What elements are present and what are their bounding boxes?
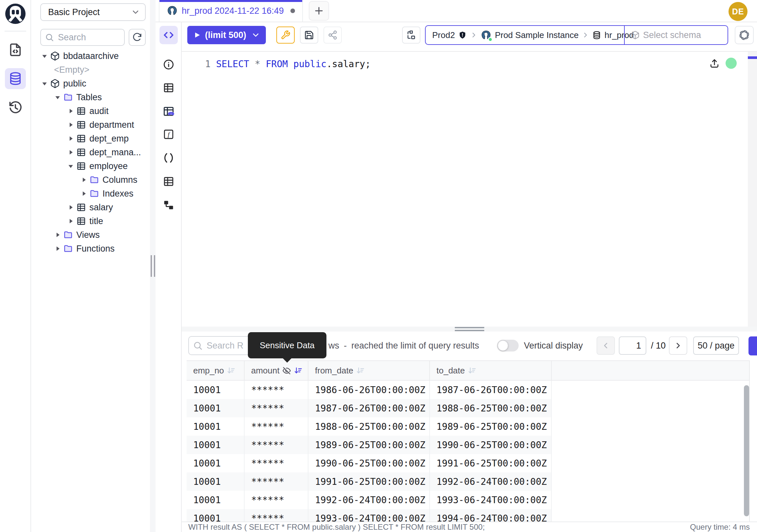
table-cell[interactable]: 1993-06-24T00:00:00Z (308, 509, 430, 521)
share-sheet-button[interactable] (323, 26, 342, 44)
caret-down-icon[interactable] (40, 52, 49, 60)
column-header-emp_no[interactable]: emp_no (187, 361, 245, 380)
worksheet-nav-button[interactable] (5, 39, 26, 60)
table-cell[interactable]: ****** (245, 491, 308, 509)
table-cell[interactable]: 10001 (187, 472, 245, 491)
tree-item-employee[interactable]: employee (31, 159, 150, 173)
table-cell[interactable]: 1986-06-26T00:00:00Z (308, 381, 430, 399)
database-nav-button[interactable] (5, 68, 26, 89)
caret-down-icon[interactable] (53, 93, 62, 102)
table-cell[interactable]: ****** (245, 509, 308, 521)
table-cell[interactable]: 1989-06-25T00:00:00Z (308, 436, 430, 454)
tree-item-public[interactable]: public (31, 77, 150, 90)
table-cell[interactable]: 10001 (187, 417, 245, 436)
table-cell[interactable]: 1988-06-25T00:00:00Z (430, 399, 552, 417)
ai-assistant-button[interactable] (735, 26, 754, 44)
caret-right-icon[interactable] (67, 134, 75, 143)
history-nav-button[interactable] (5, 97, 26, 118)
sql-editor[interactable]: 1 SELECT * FROM public.salary; (182, 52, 757, 327)
tree-item-functions[interactable]: Functions (31, 242, 150, 256)
info-button[interactable] (160, 55, 178, 74)
table-cell[interactable]: 1992-06-24T00:00:00Z (430, 472, 552, 491)
tree-item-views[interactable]: Views (31, 228, 150, 242)
table-cell[interactable]: 1987-06-26T00:00:00Z (308, 399, 430, 417)
tree-item-bbdataarchive[interactable]: bbdataarchive (31, 49, 150, 63)
table-cell[interactable]: 1993-06-24T00:00:00Z (430, 491, 552, 509)
tree-item-empty[interactable]: <Empty> (31, 63, 150, 77)
tree-item-title[interactable]: title (31, 214, 150, 228)
table-cell[interactable]: 10001 (187, 491, 245, 509)
external-tables-button[interactable] (160, 172, 178, 191)
new-tab-button[interactable] (309, 1, 329, 21)
caret-right-icon[interactable] (53, 231, 62, 239)
tree-item-indexes[interactable]: Indexes (31, 187, 150, 201)
table-cell[interactable]: ****** (245, 436, 308, 454)
vertical-display-toggle[interactable] (497, 340, 519, 352)
upload-icon[interactable] (709, 58, 720, 69)
run-query-button[interactable]: (limit 500) (187, 26, 266, 44)
tables-button[interactable] (160, 78, 178, 97)
table-cell[interactable]: 1994-06-24T00:00:00Z (430, 509, 552, 521)
column-header-to_date[interactable]: to_date (430, 361, 552, 380)
table-cell[interactable]: 10001 (187, 436, 245, 454)
page-size-select[interactable]: 50 / page (693, 336, 739, 355)
caret-right-icon[interactable] (67, 203, 75, 212)
column-header-from_date[interactable]: from_date (308, 361, 430, 380)
table-cell[interactable]: 1988-06-25T00:00:00Z (308, 417, 430, 436)
tree-item-salary[interactable]: salary (31, 201, 150, 214)
export-button-clipped[interactable] (748, 336, 757, 356)
caret-right-icon[interactable] (79, 175, 88, 184)
caret-right-icon[interactable] (67, 217, 75, 225)
refresh-button[interactable] (129, 29, 146, 46)
table-cell[interactable]: 1990-06-25T00:00:00Z (308, 454, 430, 472)
sidebar-search-input[interactable] (57, 32, 120, 43)
code-view-button[interactable] (160, 26, 178, 44)
sidebar-resize-handle[interactable] (150, 0, 156, 532)
table-cell[interactable]: 1992-06-24T00:00:00Z (308, 491, 430, 509)
sort-icon[interactable] (227, 366, 235, 375)
sidebar-search[interactable] (40, 29, 125, 46)
table-cell[interactable]: 1990-06-25T00:00:00Z (430, 436, 552, 454)
project-selector[interactable]: Basic Project (40, 3, 146, 21)
page-number-input[interactable] (619, 336, 646, 355)
connection-path[interactable]: Prod2 Prod Sample Instance hr_prod (426, 26, 624, 44)
sensitive-data-button[interactable] (160, 102, 178, 121)
caret-right-icon[interactable] (53, 244, 62, 253)
caret-right-icon[interactable] (79, 189, 88, 198)
bytebase-logo[interactable] (5, 3, 26, 24)
tree-item-audit[interactable]: audit (31, 104, 150, 118)
table-cell[interactable]: 1991-06-25T00:00:00Z (430, 454, 552, 472)
tree-item-dept-emp[interactable]: dept_emp (31, 132, 150, 145)
table-cell[interactable]: 1991-06-25T00:00:00Z (308, 472, 430, 491)
sort-icon[interactable] (356, 366, 365, 375)
editor-scrollbar[interactable] (748, 52, 757, 327)
connection-button[interactable] (402, 26, 420, 44)
table-cell[interactable]: ****** (245, 381, 308, 399)
column-header-amount[interactable]: amount (245, 361, 308, 380)
procedures-button[interactable] (160, 149, 178, 167)
tree-item-dept-mana[interactable]: dept_mana... (31, 145, 150, 159)
user-avatar[interactable]: DE (729, 2, 747, 21)
format-sql-button[interactable] (276, 26, 295, 44)
sort-icon[interactable] (468, 366, 476, 375)
tree-item-tables[interactable]: Tables (31, 90, 150, 104)
next-page-button[interactable] (669, 336, 687, 355)
caret-right-icon[interactable] (67, 107, 75, 115)
table-cell[interactable]: ****** (245, 417, 308, 436)
table-cell[interactable]: ****** (245, 472, 308, 491)
save-sheet-button[interactable] (300, 26, 318, 44)
tree-item-columns[interactable]: Columns (31, 173, 150, 187)
prev-page-button[interactable] (596, 336, 615, 355)
schema-diagram-button[interactable] (160, 196, 178, 214)
schema-select[interactable]: Select schema (624, 26, 728, 44)
tree-item-department[interactable]: department (31, 118, 150, 132)
table-cell[interactable]: 10001 (187, 454, 245, 472)
tab-hr-prod[interactable]: hr_prod 2024-11-22 16:49 (159, 0, 303, 22)
caret-right-icon[interactable] (67, 121, 75, 129)
caret-down-icon[interactable] (67, 162, 75, 170)
table-cell[interactable]: 10001 (187, 509, 245, 521)
table-cell[interactable]: 10001 (187, 399, 245, 417)
sort-icon[interactable] (294, 366, 303, 375)
functions-button[interactable]: f (160, 125, 178, 143)
table-cell[interactable]: ****** (245, 399, 308, 417)
